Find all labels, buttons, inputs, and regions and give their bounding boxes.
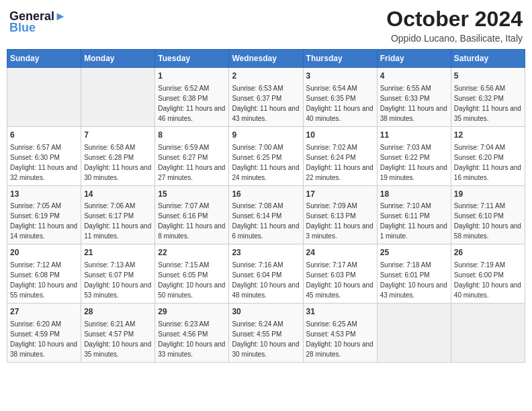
day-detail: Sunrise: 7:11 AM Sunset: 6:10 PM Dayligh… bbox=[454, 201, 522, 241]
calendar-cell: 18Sunrise: 7:10 AM Sunset: 6:11 PM Dayli… bbox=[377, 185, 451, 244]
calendar-cell: 17Sunrise: 7:09 AM Sunset: 6:13 PM Dayli… bbox=[303, 185, 377, 244]
day-detail: Sunrise: 7:16 AM Sunset: 6:04 PM Dayligh… bbox=[232, 260, 300, 300]
day-number: 1 bbox=[158, 71, 226, 82]
day-number: 16 bbox=[232, 189, 300, 200]
day-number: 29 bbox=[158, 306, 226, 318]
calendar-cell bbox=[377, 304, 451, 363]
calendar-cell: 7Sunrise: 6:58 AM Sunset: 6:28 PM Daylig… bbox=[81, 126, 155, 185]
logo-text-blue: Blue bbox=[9, 21, 66, 35]
calendar-cell: 9Sunrise: 7:00 AM Sunset: 6:25 PM Daylig… bbox=[229, 126, 303, 185]
day-header-friday: Friday bbox=[377, 50, 451, 68]
day-header-tuesday: Tuesday bbox=[155, 50, 229, 68]
calendar-cell: 13Sunrise: 7:05 AM Sunset: 6:19 PM Dayli… bbox=[7, 185, 81, 244]
day-number: 31 bbox=[306, 306, 374, 318]
day-detail: Sunrise: 6:59 AM Sunset: 6:27 PM Dayligh… bbox=[158, 142, 226, 183]
day-number: 25 bbox=[380, 247, 448, 259]
day-detail: Sunrise: 6:56 AM Sunset: 6:32 PM Dayligh… bbox=[454, 83, 522, 124]
day-detail: Sunrise: 7:12 AM Sunset: 6:08 PM Dayligh… bbox=[10, 260, 78, 300]
day-header-sunday: Sunday bbox=[7, 50, 81, 68]
page-header: General► Blue October 2024 Oppido Lucano… bbox=[7, 7, 525, 44]
day-detail: Sunrise: 7:17 AM Sunset: 6:03 PM Dayligh… bbox=[306, 260, 374, 300]
day-header-saturday: Saturday bbox=[451, 50, 525, 68]
calendar-cell: 19Sunrise: 7:11 AM Sunset: 6:10 PM Dayli… bbox=[451, 185, 525, 244]
day-detail: Sunrise: 6:25 AM Sunset: 4:53 PM Dayligh… bbox=[306, 319, 374, 359]
day-detail: Sunrise: 6:23 AM Sunset: 4:56 PM Dayligh… bbox=[158, 319, 226, 359]
day-number: 30 bbox=[232, 306, 300, 318]
day-number: 6 bbox=[10, 130, 78, 141]
day-header-wednesday: Wednesday bbox=[229, 50, 303, 68]
day-detail: Sunrise: 7:15 AM Sunset: 6:05 PM Dayligh… bbox=[158, 260, 226, 300]
day-number: 28 bbox=[84, 306, 152, 318]
day-number: 20 bbox=[10, 247, 78, 259]
logo: General► Blue bbox=[9, 9, 66, 35]
calendar-cell: 12Sunrise: 7:04 AM Sunset: 6:20 PM Dayli… bbox=[451, 126, 525, 185]
day-detail: Sunrise: 7:03 AM Sunset: 6:22 PM Dayligh… bbox=[380, 142, 448, 183]
calendar-cell bbox=[451, 304, 525, 363]
day-number: 7 bbox=[84, 130, 152, 141]
day-number: 21 bbox=[84, 247, 152, 259]
title-block: October 2024 Oppido Lucano, Basilicate, … bbox=[386, 7, 523, 44]
day-number: 8 bbox=[158, 130, 226, 141]
calendar-table: SundayMondayTuesdayWednesdayThursdayFrid… bbox=[7, 49, 525, 363]
calendar-cell: 1Sunrise: 6:52 AM Sunset: 6:38 PM Daylig… bbox=[155, 68, 229, 127]
day-number: 13 bbox=[10, 189, 78, 200]
day-detail: Sunrise: 7:19 AM Sunset: 6:00 PM Dayligh… bbox=[454, 260, 522, 300]
day-number: 5 bbox=[454, 71, 522, 82]
calendar-cell: 27Sunrise: 6:20 AM Sunset: 4:59 PM Dayli… bbox=[7, 304, 81, 363]
day-number: 9 bbox=[232, 130, 300, 141]
day-detail: Sunrise: 7:13 AM Sunset: 6:07 PM Dayligh… bbox=[84, 260, 152, 300]
month-title: October 2024 bbox=[386, 7, 523, 32]
calendar-cell: 26Sunrise: 7:19 AM Sunset: 6:00 PM Dayli… bbox=[451, 244, 525, 304]
day-number: 2 bbox=[232, 71, 300, 82]
calendar-cell: 3Sunrise: 6:54 AM Sunset: 6:35 PM Daylig… bbox=[303, 68, 377, 127]
calendar-cell: 25Sunrise: 7:18 AM Sunset: 6:01 PM Dayli… bbox=[377, 244, 451, 304]
day-detail: Sunrise: 7:02 AM Sunset: 6:24 PM Dayligh… bbox=[306, 142, 374, 183]
day-detail: Sunrise: 7:10 AM Sunset: 6:11 PM Dayligh… bbox=[380, 201, 448, 241]
day-number: 14 bbox=[84, 189, 152, 200]
day-detail: Sunrise: 6:57 AM Sunset: 6:30 PM Dayligh… bbox=[10, 142, 78, 183]
calendar-cell: 29Sunrise: 6:23 AM Sunset: 4:56 PM Dayli… bbox=[155, 304, 229, 363]
day-detail: Sunrise: 6:53 AM Sunset: 6:37 PM Dayligh… bbox=[232, 83, 300, 124]
calendar-cell: 15Sunrise: 7:07 AM Sunset: 6:16 PM Dayli… bbox=[155, 185, 229, 244]
day-detail: Sunrise: 7:09 AM Sunset: 6:13 PM Dayligh… bbox=[306, 201, 374, 241]
day-header-thursday: Thursday bbox=[303, 50, 377, 68]
day-detail: Sunrise: 7:00 AM Sunset: 6:25 PM Dayligh… bbox=[232, 142, 300, 183]
calendar-cell: 6Sunrise: 6:57 AM Sunset: 6:30 PM Daylig… bbox=[7, 126, 81, 185]
calendar-cell: 22Sunrise: 7:15 AM Sunset: 6:05 PM Dayli… bbox=[155, 244, 229, 304]
day-detail: Sunrise: 7:05 AM Sunset: 6:19 PM Dayligh… bbox=[10, 201, 78, 241]
day-detail: Sunrise: 6:58 AM Sunset: 6:28 PM Dayligh… bbox=[84, 142, 152, 183]
day-number: 26 bbox=[454, 247, 522, 259]
day-detail: Sunrise: 7:08 AM Sunset: 6:14 PM Dayligh… bbox=[232, 201, 300, 241]
calendar-cell: 16Sunrise: 7:08 AM Sunset: 6:14 PM Dayli… bbox=[229, 185, 303, 244]
day-number: 12 bbox=[454, 130, 522, 141]
day-number: 17 bbox=[306, 189, 374, 200]
calendar-cell: 2Sunrise: 6:53 AM Sunset: 6:37 PM Daylig… bbox=[229, 68, 303, 127]
calendar-cell: 4Sunrise: 6:55 AM Sunset: 6:33 PM Daylig… bbox=[377, 68, 451, 127]
calendar-cell: 30Sunrise: 6:24 AM Sunset: 4:55 PM Dayli… bbox=[229, 304, 303, 363]
calendar-cell: 21Sunrise: 7:13 AM Sunset: 6:07 PM Dayli… bbox=[81, 244, 155, 304]
calendar-cell: 24Sunrise: 7:17 AM Sunset: 6:03 PM Dayli… bbox=[303, 244, 377, 304]
day-detail: Sunrise: 7:06 AM Sunset: 6:17 PM Dayligh… bbox=[84, 201, 152, 241]
day-number: 3 bbox=[306, 71, 374, 82]
day-number: 18 bbox=[380, 189, 448, 200]
calendar-cell: 31Sunrise: 6:25 AM Sunset: 4:53 PM Dayli… bbox=[303, 304, 377, 363]
day-number: 27 bbox=[10, 306, 78, 318]
day-detail: Sunrise: 7:07 AM Sunset: 6:16 PM Dayligh… bbox=[158, 201, 226, 241]
day-number: 10 bbox=[306, 130, 374, 141]
day-header-monday: Monday bbox=[81, 50, 155, 68]
calendar-cell: 20Sunrise: 7:12 AM Sunset: 6:08 PM Dayli… bbox=[7, 244, 81, 304]
day-number: 19 bbox=[454, 189, 522, 200]
calendar-cell: 5Sunrise: 6:56 AM Sunset: 6:32 PM Daylig… bbox=[451, 68, 525, 127]
day-number: 15 bbox=[158, 189, 226, 200]
day-number: 24 bbox=[306, 247, 374, 259]
calendar-cell: 11Sunrise: 7:03 AM Sunset: 6:22 PM Dayli… bbox=[377, 126, 451, 185]
day-detail: Sunrise: 6:21 AM Sunset: 4:57 PM Dayligh… bbox=[84, 319, 152, 359]
calendar-cell: 28Sunrise: 6:21 AM Sunset: 4:57 PM Dayli… bbox=[81, 304, 155, 363]
calendar-cell bbox=[81, 68, 155, 127]
calendar-cell: 14Sunrise: 7:06 AM Sunset: 6:17 PM Dayli… bbox=[81, 185, 155, 244]
day-number: 11 bbox=[380, 130, 448, 141]
day-number: 23 bbox=[232, 247, 300, 259]
calendar-cell bbox=[7, 68, 81, 127]
day-detail: Sunrise: 7:18 AM Sunset: 6:01 PM Dayligh… bbox=[380, 260, 448, 300]
day-detail: Sunrise: 6:24 AM Sunset: 4:55 PM Dayligh… bbox=[232, 319, 300, 359]
